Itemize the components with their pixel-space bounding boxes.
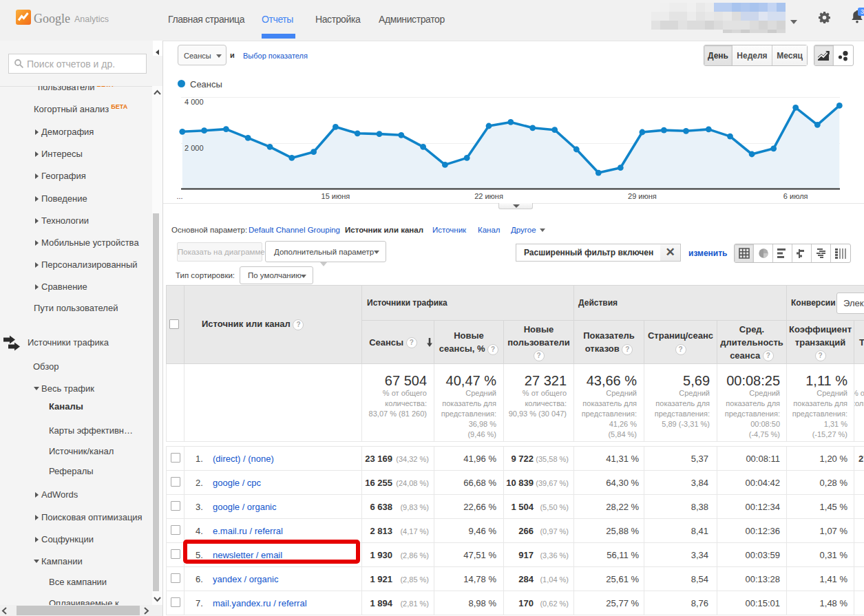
svg-text:29 июня: 29 июня (628, 192, 657, 200)
svg-text:15 июня: 15 июня (322, 192, 350, 200)
svg-text:...: ... (176, 192, 182, 200)
svg-text:4 000: 4 000 (185, 98, 204, 106)
svg-text:22 июня: 22 июня (474, 192, 503, 200)
svg-text:6 июля: 6 июля (783, 192, 808, 200)
svg-text:2 000: 2 000 (185, 144, 204, 152)
